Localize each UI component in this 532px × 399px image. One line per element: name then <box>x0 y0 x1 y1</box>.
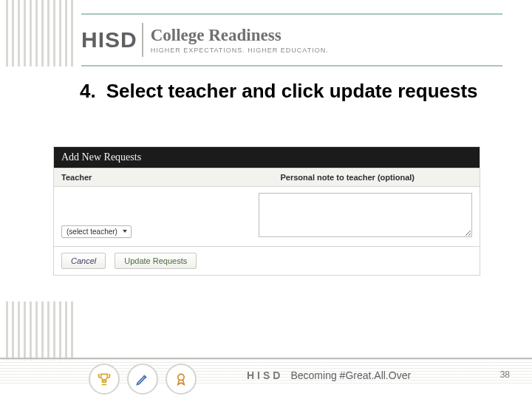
header-logo-band: HISD College Readiness HIGHER EXPECTATIO… <box>81 13 502 66</box>
teacher-select-cell: (select teacher) <box>61 193 259 239</box>
footer-tagline: HISD Becoming #Great.All.Over <box>247 369 411 381</box>
heading-text: Select teacher and click update requests <box>106 80 478 103</box>
panel-body: (select teacher) <box>54 187 480 246</box>
pencil-icon <box>127 364 158 395</box>
badge-row <box>89 364 197 395</box>
panel-column-headers: Teacher Personal note to teacher (option… <box>54 168 480 187</box>
logo-text-group: College Readiness HIGHER EXPECTATIONS. H… <box>151 26 329 54</box>
page-number: 38 <box>500 369 510 380</box>
panel-title-bar: Add New Requests <box>54 147 480 168</box>
logo-subtitle: HIGHER EXPECTATIONS. HIGHER EDUCATION. <box>151 47 329 54</box>
ribbon-icon <box>166 364 197 395</box>
teacher-select-wrap[interactable]: (select teacher) <box>61 227 132 236</box>
logo-divider <box>142 23 143 57</box>
decorative-stripes-bottom <box>6 301 77 361</box>
cancel-button[interactable]: Cancel <box>61 253 106 269</box>
footer-brand: HISD <box>247 369 283 381</box>
svg-point-0 <box>178 374 184 380</box>
update-requests-button[interactable]: Update Requests <box>115 253 197 269</box>
personal-note-textarea[interactable] <box>259 193 472 237</box>
logo-title: College Readiness <box>151 26 329 45</box>
footer-tagline-text: Becoming #Great.All.Over <box>290 369 411 381</box>
slide-heading: 4. Select teacher and click update reque… <box>80 80 494 103</box>
decorative-stripes-top <box>6 0 77 66</box>
heading-number: 4. <box>80 80 96 103</box>
add-requests-panel: Add New Requests Teacher Personal note t… <box>53 146 480 276</box>
column-header-note: Personal note to teacher (optional) <box>273 168 480 186</box>
brand-mark: HISD <box>81 27 137 52</box>
column-header-teacher: Teacher <box>54 168 273 186</box>
panel-actions: Cancel Update Requests <box>54 246 480 275</box>
note-cell <box>259 193 472 239</box>
trophy-icon <box>89 364 120 395</box>
teacher-select[interactable]: (select teacher) <box>61 225 132 238</box>
